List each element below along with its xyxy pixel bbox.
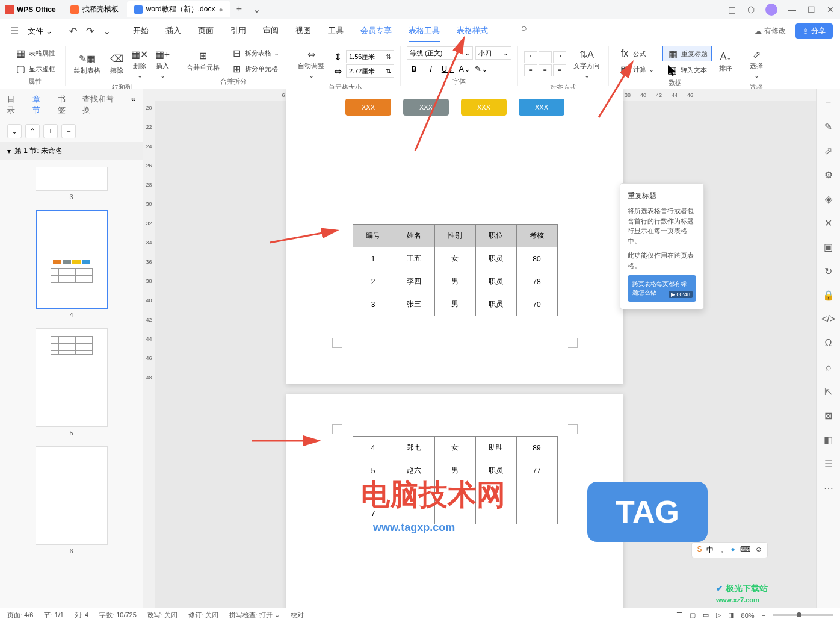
td[interactable]: 男	[434, 270, 475, 293]
page-thumbnail[interactable]: 4	[36, 210, 108, 319]
hamburger-icon[interactable]: ☰	[7, 24, 22, 39]
td[interactable]: 6	[353, 482, 394, 503]
zoom-out-button[interactable]: −	[762, 612, 765, 619]
th[interactable]: 职位	[475, 225, 516, 247]
select-icon[interactable]: ⬀	[823, 145, 835, 157]
tab-start[interactable]: 开始	[133, 20, 149, 42]
expand-down-button[interactable]: ⌄	[7, 124, 22, 138]
td[interactable]: 张三	[394, 293, 434, 316]
td[interactable]: 李四	[394, 270, 434, 293]
user-avatar[interactable]	[765, 4, 777, 16]
tab-page[interactable]: 页面	[198, 20, 214, 42]
td[interactable]: 80	[516, 247, 557, 270]
td[interactable]: 女	[434, 247, 475, 270]
th[interactable]: 性别	[434, 225, 475, 247]
td[interactable]: 2	[353, 270, 394, 293]
tab-document[interactable]: word教程（新）.docx ●	[127, 1, 230, 17]
zoom-slider[interactable]	[773, 614, 833, 616]
table-properties-button[interactable]: ▦表格属性	[11, 46, 59, 60]
status-edit[interactable]: 修订: 关闭	[188, 611, 218, 620]
row-height-input[interactable]: 1.56厘米⇅	[346, 50, 394, 63]
undo-button[interactable]: ↶	[66, 24, 80, 39]
td[interactable]	[516, 482, 557, 503]
formula-button[interactable]: fx公式	[615, 46, 658, 61]
status-revise[interactable]: 改写: 关闭	[147, 611, 178, 620]
td[interactable]: 3	[353, 293, 394, 316]
td[interactable]: 77	[516, 459, 557, 482]
status-page[interactable]: 页面: 4/6	[7, 611, 33, 620]
td[interactable]: 78	[516, 270, 557, 293]
sidebar-tab-toc[interactable]: 目录	[7, 94, 23, 116]
document-canvas[interactable]: 6422468101214161820222426283032343638404…	[143, 89, 816, 608]
align-tl[interactable]: ⌜	[524, 51, 537, 63]
tab-tools[interactable]: 工具	[328, 20, 344, 42]
minimize-button[interactable]: —	[787, 5, 797, 14]
auto-adjust-button[interactable]: ⇔自动调整⌄	[295, 46, 327, 82]
section-header[interactable]: ▾ 第 1 节: 未命名	[0, 142, 143, 160]
tools-icon[interactable]: ✕	[823, 217, 835, 229]
layers-icon[interactable]: ▣	[823, 241, 835, 253]
minus-icon[interactable]: −	[823, 96, 835, 108]
view-mode-icon[interactable]: ☰	[676, 611, 682, 619]
status-col[interactable]: 列: 4	[75, 611, 88, 620]
status-spell[interactable]: 拼写检查: 打开 ⌄	[229, 611, 280, 620]
share-button[interactable]: ⇪ 分享	[795, 23, 833, 39]
td[interactable]: 王五	[394, 247, 434, 270]
status-words[interactable]: 字数: 10/725	[99, 611, 137, 620]
erase-button[interactable]: ⌫擦除	[108, 51, 126, 78]
status-section[interactable]: 节: 1/1	[44, 611, 63, 620]
align-tc[interactable]: ⎺	[539, 51, 552, 63]
td[interactable]: 4	[353, 437, 394, 459]
td[interactable]	[394, 482, 434, 503]
td[interactable]: 助理	[475, 437, 516, 459]
sidebar-tab-findreplace[interactable]: 查找和替换	[82, 94, 121, 116]
data-table-2[interactable]: 4郑七女助理89 5赵六男职员77 6 7	[353, 436, 558, 524]
page-5[interactable]: 4郑七女助理89 5赵六男职员77 6 7	[286, 394, 623, 608]
td[interactable]	[475, 503, 516, 524]
expand-up-button[interactable]: ⌃	[25, 124, 40, 138]
maximize-button[interactable]: ☐	[806, 5, 816, 14]
panel-icon[interactable]: ◧	[823, 434, 835, 446]
view-page-icon[interactable]: ▢	[690, 611, 696, 619]
td[interactable]: 职员	[475, 293, 516, 316]
td[interactable]: 男	[434, 459, 475, 482]
td[interactable]: 男	[434, 293, 475, 316]
close-panel-icon[interactable]: ⊠	[823, 409, 835, 421]
tab-reference[interactable]: 引用	[230, 20, 246, 42]
insert-button[interactable]: ▦+插入⌄	[153, 46, 171, 82]
delete-button[interactable]: ▦✕删除⌄	[131, 46, 149, 82]
td[interactable]: 职员	[475, 270, 516, 293]
th[interactable]: 姓名	[394, 225, 434, 247]
add-section-button[interactable]: +	[43, 124, 58, 138]
omega-icon[interactable]: Ω	[823, 337, 835, 349]
tab-member[interactable]: 会员专享	[360, 20, 392, 42]
td[interactable]: 女	[434, 437, 475, 459]
tab-templates[interactable]: 找稻壳模板	[63, 1, 126, 17]
align-ml[interactable]: ≡	[524, 64, 537, 76]
col-width-input[interactable]: 2.72厘米⇅	[346, 64, 394, 78]
status-proof[interactable]: 校对	[291, 611, 304, 620]
th[interactable]: 考核	[516, 225, 557, 247]
remove-section-button[interactable]: −	[61, 124, 76, 138]
view-outline-icon[interactable]: ◨	[728, 611, 734, 619]
ai-icon[interactable]: ◈	[823, 193, 835, 205]
page-thumbnail[interactable]: 3	[36, 167, 108, 201]
align-tr[interactable]: ⌝	[553, 51, 566, 63]
split-cell-button[interactable]: ⊞拆分单元格	[227, 61, 283, 76]
refresh-icon[interactable]: ↻	[823, 265, 835, 277]
th[interactable]: 编号	[353, 225, 394, 247]
sidebar-tab-bookmarks[interactable]: 书签	[58, 94, 73, 116]
highlight-button[interactable]: ✎⌄	[474, 62, 489, 75]
td[interactable]: 70	[516, 293, 557, 316]
data-table-1[interactable]: 编号 姓名 性别 职位 考核 1王五女职员80 2李四男职员78 3张三男职员7…	[353, 224, 558, 316]
td[interactable]: 89	[516, 437, 557, 459]
td[interactable]	[434, 482, 475, 503]
tab-review[interactable]: 审阅	[263, 20, 279, 42]
tab-view[interactable]: 视图	[295, 20, 311, 42]
sidebar-tab-chapters[interactable]: 章节	[32, 94, 48, 116]
repeat-header-button[interactable]: ▦重复标题	[662, 46, 712, 61]
settings-icon[interactable]: ⚙	[823, 169, 835, 181]
code-icon[interactable]: </>	[823, 313, 835, 325]
zoom-level[interactable]: 80%	[741, 612, 755, 619]
td[interactable]	[516, 503, 557, 524]
